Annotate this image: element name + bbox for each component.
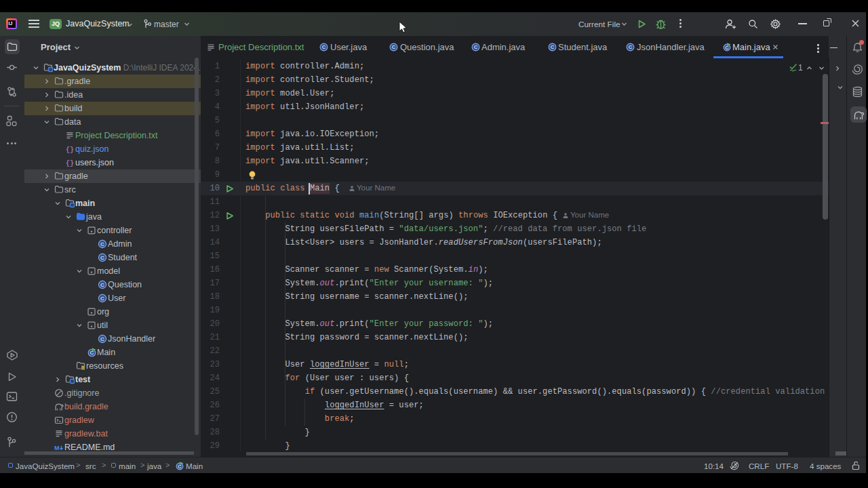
svg-text:C: C [100,241,104,247]
svg-text:{}: {} [66,160,74,167]
svg-text:M: M [54,445,60,451]
svg-text:C: C [100,336,104,342]
svg-text:C: C [100,255,104,261]
svg-text:{}: {} [66,146,74,154]
svg-text:C: C [100,296,104,302]
svg-text:C: C [90,350,94,356]
svg-text:C: C [100,282,104,288]
